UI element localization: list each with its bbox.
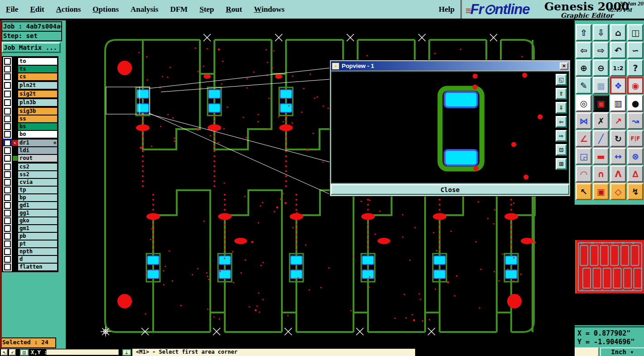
select-symbol-button[interactable]: ● xyxy=(627,95,644,112)
layer-label-gm1[interactable]: gm1 xyxy=(18,225,57,232)
layer-label-rout[interactable]: rout xyxy=(18,155,57,162)
menu-item-edit[interactable]: Edit xyxy=(24,5,50,14)
menu-item-dfm[interactable]: DFM xyxy=(164,5,194,14)
spacing-measure-button[interactable]: ↔ xyxy=(610,148,626,165)
grid-button[interactable]: ▦ xyxy=(593,77,609,94)
highlight-net2-button[interactable]: ◉ xyxy=(627,77,644,94)
layer-checkbox-pln2t[interactable] xyxy=(4,82,11,89)
layer-checkbox-cvia[interactable] xyxy=(4,179,11,186)
popview-pan-left-button[interactable]: ⇦ xyxy=(556,116,567,128)
slope-line-button[interactable]: ╱ xyxy=(593,130,609,147)
menu-item-analysis[interactable]: Analysis xyxy=(125,5,164,14)
layer-label-cvia[interactable]: cvia xyxy=(18,179,57,186)
cursor-mode-button[interactable]: ↖ xyxy=(1,349,8,356)
delete-button[interactable]: ✗ xyxy=(593,112,609,130)
menu-item-help[interactable]: Help xyxy=(433,5,460,14)
popview-zoom-fit-button[interactable]: ⊡ xyxy=(556,144,567,156)
menu-item-actions[interactable]: Actions xyxy=(50,5,87,14)
layer-checkbox-bs[interactable] xyxy=(4,123,11,130)
zoom-scale-button[interactable]: 1:2 xyxy=(610,59,626,77)
layer-checkbox-ss2[interactable] xyxy=(4,171,11,178)
popview-pan-down-button[interactable]: ⇩ xyxy=(556,102,567,114)
layer-checkbox-cs[interactable] xyxy=(4,73,11,80)
layer-checkbox-rout[interactable] xyxy=(4,155,11,162)
layer-checkbox-gd1[interactable] xyxy=(4,202,11,209)
layer-checkbox-npth[interactable] xyxy=(4,248,11,255)
mirror-button[interactable]: F|F xyxy=(627,130,644,147)
layer-label-pln2t[interactable]: pln2t xyxy=(18,82,57,89)
arc-tool-2-button[interactable]: ∩ xyxy=(593,165,609,183)
arc-tool-4-button[interactable]: ∆ xyxy=(627,165,644,183)
popview-close-button[interactable]: Close xyxy=(331,184,569,195)
layer-label-bp[interactable]: bp xyxy=(18,194,57,201)
layer-label-ts[interactable]: ts xyxy=(18,66,57,72)
net-chain-button[interactable]: ⋈ xyxy=(576,112,592,130)
popview-pan-up-button[interactable]: ⇧ xyxy=(556,88,567,100)
touching-copper-button[interactable]: ⊗ xyxy=(627,148,644,165)
zoom-in-button[interactable]: ⊕ xyxy=(576,59,592,77)
layer-label-cs2[interactable]: cs2 xyxy=(18,164,57,170)
layer-checkbox-to[interactable] xyxy=(4,58,11,65)
close-icon[interactable]: ✕ xyxy=(560,63,568,70)
select-polygon-button[interactable]: ◇ xyxy=(610,183,626,200)
popview-window[interactable]: ✕ Popview - 1 ✕ ◱⇧⇩⇦⇨⊡⊞ Close xyxy=(329,60,571,197)
zoom-window-button[interactable]: ▣ xyxy=(593,95,609,112)
home-view-button[interactable]: ⌂ xyxy=(610,24,626,41)
resize-button[interactable]: ◲ xyxy=(576,148,592,165)
layer-label-npth[interactable]: npth xyxy=(18,248,57,255)
highlight-net-button[interactable]: ❖ xyxy=(610,77,626,94)
rotate-button[interactable]: ↻ xyxy=(610,130,626,147)
layer-checkbox-gko[interactable] xyxy=(4,217,11,224)
layer-checkbox-tp[interactable] xyxy=(4,187,11,193)
popup-windows-button[interactable]: ◫ xyxy=(20,349,29,356)
menu-item-options[interactable]: Options xyxy=(87,5,125,14)
move-button[interactable]: ↝ xyxy=(627,112,644,130)
previous-view-button[interactable]: ↶ xyxy=(610,42,626,59)
popview-title-bar[interactable]: ✕ Popview - 1 ✕ xyxy=(331,61,569,71)
layer-label-pb[interactable]: pb xyxy=(18,233,57,240)
arc-tool-3-button[interactable]: Λ xyxy=(610,165,626,183)
help-query-button[interactable]: ? xyxy=(627,59,644,77)
popview-windows-button[interactable]: ◱ xyxy=(556,74,567,86)
layer-label-bs[interactable]: bs xyxy=(18,123,57,130)
layer-checkbox-gm1[interactable] xyxy=(4,225,11,232)
select-pointer-button[interactable]: ↖ xyxy=(576,183,592,200)
layer-label-ss2[interactable]: ss2 xyxy=(18,171,57,178)
copy-button[interactable]: ↗ xyxy=(610,112,626,130)
layer-label-flatten[interactable]: flatten xyxy=(18,264,57,270)
layer-label-dr1[interactable]: dr1⊞ xyxy=(18,140,57,146)
line-width-button[interactable]: ▬ xyxy=(593,148,609,165)
layer-label-gg1[interactable]: gg1 xyxy=(18,210,57,216)
select-frame-button[interactable]: ▣ xyxy=(593,183,609,200)
layer-checkbox-sig3b[interactable] xyxy=(4,108,11,115)
layer-checkbox-cs2[interactable] xyxy=(4,164,11,170)
pan-right-button[interactable]: ⇨ xyxy=(593,42,609,59)
units-dropdown[interactable]: Inch ▾ xyxy=(600,347,644,356)
confirm-button[interactable]: ✓ xyxy=(9,349,16,356)
menu-item-rout[interactable]: Rout xyxy=(220,5,248,14)
move-shape-button[interactable]: ◎ xyxy=(576,95,592,112)
menu-item-windows[interactable]: Windows xyxy=(248,5,291,14)
serpentine-route-button[interactable]: ∽ xyxy=(627,42,644,59)
popview-canvas[interactable]: ◱⇧⇩⇦⇨⊡⊞ xyxy=(331,71,569,183)
layer-checkbox-bp[interactable] xyxy=(4,194,11,201)
layer-label-sig3b[interactable]: sig3b xyxy=(18,108,57,115)
layer-label-d[interactable]: d xyxy=(18,256,57,263)
layer-label-gd1[interactable]: gd1 xyxy=(18,202,57,209)
pan-left-button[interactable]: ⇦ xyxy=(576,42,592,59)
layer-label-cs[interactable]: cs xyxy=(18,73,57,80)
popview-pan-right-button[interactable]: ⇨ xyxy=(556,130,567,142)
layer-label-sig2t[interactable]: sig2t xyxy=(18,91,57,97)
pan-down-button[interactable]: ⇩ xyxy=(593,24,609,41)
layer-checkbox-dr1[interactable] xyxy=(4,140,11,146)
menu-item-step[interactable]: Step xyxy=(194,5,220,14)
angle-measure-button[interactable]: ∠ xyxy=(576,130,592,147)
arc-tool-1-button[interactable]: ◠ xyxy=(576,165,592,183)
popview-zoom-margin-button[interactable]: ⊞ xyxy=(556,158,567,170)
menu-item-file[interactable]: File xyxy=(0,5,24,14)
pan-up-button[interactable]: ⇧ xyxy=(576,24,592,41)
select-net-button[interactable]: ↯ xyxy=(627,183,644,200)
layer-label-bo[interactable]: bo xyxy=(18,131,57,138)
layer-checkbox-ts[interactable] xyxy=(4,66,11,72)
layer-label-pln3b[interactable]: pln3b xyxy=(18,99,57,106)
